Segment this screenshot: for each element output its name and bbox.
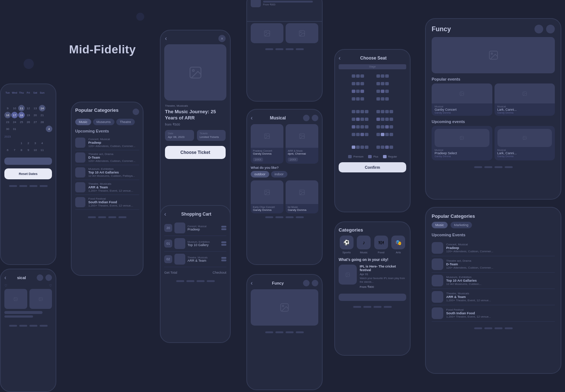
seat-selected[interactable] xyxy=(352,146,355,149)
seat[interactable] xyxy=(376,90,380,93)
cal-day[interactable]: 8 xyxy=(18,147,25,153)
seat[interactable] xyxy=(356,74,360,78)
seat[interactable] xyxy=(356,110,360,113)
seat[interactable] xyxy=(356,146,360,149)
seat[interactable] xyxy=(352,74,355,78)
seat[interactable] xyxy=(376,82,380,85)
cart-item-action[interactable] xyxy=(221,244,226,246)
seat[interactable] xyxy=(385,97,389,101)
cal-day[interactable] xyxy=(25,126,32,132)
seat[interactable] xyxy=(376,110,380,113)
cart-item-action[interactable] xyxy=(221,260,226,261)
seat[interactable] xyxy=(352,82,355,85)
back-icon[interactable]: ‹ xyxy=(164,211,166,217)
seat[interactable] xyxy=(390,146,393,149)
cal-day[interactable]: 23 xyxy=(4,119,11,125)
cal-day[interactable] xyxy=(46,140,52,146)
cal-day[interactable] xyxy=(46,98,52,105)
cal-day[interactable] xyxy=(46,119,52,125)
cal-day[interactable]: 27 xyxy=(32,119,39,125)
seat[interactable] xyxy=(365,118,368,121)
cal-day[interactable]: 4 xyxy=(39,140,45,146)
cal-day[interactable] xyxy=(11,140,18,146)
search-icon[interactable] xyxy=(534,25,543,33)
cal-day[interactable] xyxy=(39,98,45,105)
cal-day[interactable] xyxy=(18,98,25,105)
seat[interactable] xyxy=(356,82,360,85)
seat[interactable] xyxy=(360,146,364,149)
seat[interactable] xyxy=(356,90,360,93)
category-food[interactable]: 🍽 Food xyxy=(373,236,389,254)
seat[interactable] xyxy=(365,125,368,128)
cal-day[interactable]: 10 xyxy=(32,147,39,153)
seat[interactable] xyxy=(376,133,380,136)
cat-pill-marketing[interactable]: Marketing xyxy=(451,222,472,228)
settings-icon[interactable] xyxy=(133,109,139,115)
back-icon[interactable]: ‹ xyxy=(165,35,167,42)
cal-day[interactable]: 26 xyxy=(25,119,32,125)
cal-day[interactable]: 25 xyxy=(18,119,25,125)
confirm-button[interactable]: Confirm xyxy=(339,162,406,172)
event-card[interactable]: ARR & Music dpnt, Chennai 1XXX xyxy=(286,124,318,164)
cart-item-action[interactable] xyxy=(221,226,226,228)
seat[interactable] xyxy=(390,110,393,113)
seat[interactable] xyxy=(381,74,384,78)
seat[interactable] xyxy=(390,133,393,136)
cal-day[interactable]: 13 xyxy=(32,105,39,111)
cal-day[interactable]: 11 xyxy=(39,147,45,153)
cal-day-highlight[interactable]: 4 xyxy=(46,126,52,132)
category-pill-museums[interactable]: Museums xyxy=(93,119,114,125)
cal-day[interactable]: 9 xyxy=(25,147,32,153)
cal-day[interactable] xyxy=(18,126,25,132)
cal-day[interactable]: 20 xyxy=(32,112,39,118)
cal-day[interactable]: 9 xyxy=(4,105,11,111)
choose-ticket-button[interactable]: Choose Ticket xyxy=(165,146,226,159)
search-icon[interactable] xyxy=(37,274,43,281)
cal-day[interactable]: 28 xyxy=(39,119,45,125)
cal-day-highlight[interactable]: 16 xyxy=(4,112,11,118)
seat[interactable] xyxy=(365,110,368,113)
seat[interactable] xyxy=(365,133,368,136)
close-icon[interactable]: ✕ xyxy=(218,35,226,42)
cal-day-highlight[interactable]: 11 xyxy=(18,105,25,111)
seat[interactable] xyxy=(390,125,393,128)
upcoming-event-card[interactable]: Musical Lark, Canni... Ganby Dxnma xyxy=(495,126,555,160)
seat[interactable] xyxy=(360,110,364,113)
seat[interactable] xyxy=(376,125,380,128)
notification-icon[interactable] xyxy=(546,25,555,33)
cal-day[interactable]: 19 xyxy=(25,112,32,118)
heart-icon[interactable] xyxy=(312,115,318,121)
cal-day[interactable] xyxy=(46,105,52,111)
seat[interactable] xyxy=(360,125,364,128)
seat[interactable] xyxy=(381,118,384,121)
heart-icon[interactable] xyxy=(45,274,52,281)
seat[interactable] xyxy=(352,110,355,113)
seat[interactable] xyxy=(385,82,389,85)
seat[interactable] xyxy=(385,110,389,113)
cal-day[interactable]: 21 xyxy=(39,112,45,118)
cal-day[interactable]: 2 xyxy=(25,140,32,146)
seat[interactable] xyxy=(360,82,364,85)
seat[interactable] xyxy=(356,133,360,136)
cal-day[interactable] xyxy=(4,140,11,146)
cal-day[interactable] xyxy=(11,98,18,105)
category-pill-music[interactable]: Music xyxy=(75,119,91,125)
cart-item-action[interactable] xyxy=(221,228,226,230)
seat[interactable] xyxy=(390,118,393,121)
seat[interactable] xyxy=(381,97,384,101)
cal-day[interactable]: 10 xyxy=(11,105,18,111)
popular-event-card[interactable]: Musical Ganby Concert Gandy Dxnma xyxy=(432,83,492,116)
cal-day-highlight[interactable]: 14 xyxy=(39,105,45,111)
category-arts[interactable]: 🎭 Arts xyxy=(391,236,407,254)
cal-day[interactable]: 1 xyxy=(18,140,25,146)
reset-dates-button[interactable]: Reset Dates xyxy=(4,168,52,179)
seat[interactable] xyxy=(360,97,364,101)
seat[interactable] xyxy=(385,118,389,121)
upcoming-event-card[interactable]: Musical Pradeep Select Ganby Dxnma xyxy=(432,126,492,160)
seat[interactable] xyxy=(385,90,389,93)
seat[interactable] xyxy=(381,125,384,128)
back-icon[interactable]: ‹ xyxy=(4,274,6,281)
seat[interactable] xyxy=(385,74,389,78)
cal-day-today[interactable]: 17 xyxy=(11,112,18,118)
cal-day[interactable]: 12 xyxy=(25,105,32,111)
